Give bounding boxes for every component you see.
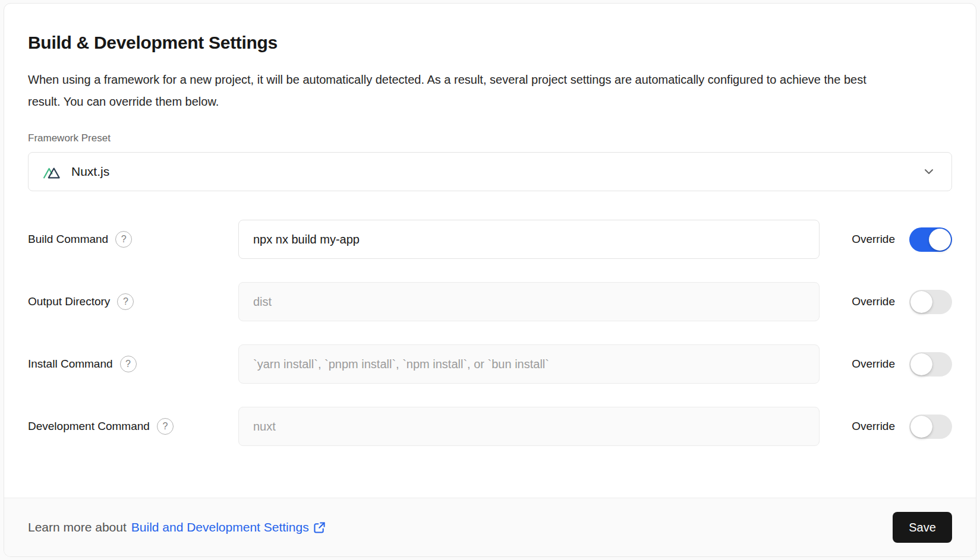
output-directory-override: Override (820, 290, 952, 314)
save-button[interactable]: Save (893, 512, 952, 543)
development-command-label: Development Command (28, 420, 150, 433)
framework-preset-select[interactable]: Nuxt.js (28, 152, 952, 191)
override-label: Override (852, 295, 895, 308)
toggle-knob (910, 353, 932, 375)
install-command-row: Install Command ? Override (28, 344, 952, 384)
build-dev-settings-card: Build & Development Settings When using … (4, 3, 976, 557)
output-directory-override-toggle[interactable] (909, 290, 952, 314)
card-footer: Learn more about Build and Development S… (4, 498, 976, 556)
output-directory-row: Output Directory ? Override (28, 282, 952, 321)
question-circle-icon[interactable]: ? (120, 356, 137, 372)
toggle-knob (910, 291, 932, 313)
card-content: Build & Development Settings When using … (4, 4, 976, 498)
install-command-label: Install Command (28, 357, 113, 371)
toggle-knob (910, 416, 932, 438)
install-command-input[interactable] (238, 344, 820, 384)
development-command-override: Override (820, 415, 952, 439)
build-dev-settings-link[interactable]: Build and Development Settings (131, 520, 326, 534)
nuxt-logo-icon (43, 164, 63, 180)
build-command-row: Build Command ? Override (28, 220, 952, 259)
build-command-label: Build Command (28, 233, 108, 246)
settings-rows: Build Command ? Override Output Director… (28, 220, 952, 446)
chevron-down-icon (922, 164, 936, 179)
question-circle-icon[interactable]: ? (115, 231, 132, 248)
framework-preset-value: Nuxt.js (71, 164, 109, 179)
install-command-override-toggle[interactable] (909, 352, 952, 377)
development-command-label-group: Development Command ? (28, 418, 238, 435)
build-command-override: Override (820, 227, 952, 252)
install-command-override: Override (820, 352, 952, 377)
learn-more-prefix: Learn more about (28, 520, 127, 534)
external-link-icon (313, 521, 326, 534)
output-directory-input[interactable] (238, 282, 820, 321)
link-text: Build and Development Settings (131, 520, 309, 534)
toggle-knob (929, 229, 951, 251)
question-circle-icon[interactable]: ? (117, 293, 134, 310)
development-command-override-toggle[interactable] (909, 415, 952, 439)
output-directory-label: Output Directory (28, 295, 110, 308)
development-command-row: Development Command ? Override (28, 407, 952, 446)
override-label: Override (852, 357, 895, 371)
build-command-label-group: Build Command ? (28, 231, 238, 248)
override-label: Override (852, 233, 895, 246)
settings-description: When using a framework for a new project… (28, 69, 872, 113)
learn-more-text: Learn more about Build and Development S… (28, 520, 326, 534)
build-command-override-toggle[interactable] (909, 227, 952, 252)
question-circle-icon[interactable]: ? (157, 418, 174, 435)
development-command-input[interactable] (238, 407, 820, 446)
framework-preset-label: Framework Preset (28, 132, 952, 145)
output-directory-label-group: Output Directory ? (28, 293, 238, 310)
page-title: Build & Development Settings (28, 31, 952, 55)
override-label: Override (852, 420, 895, 433)
build-command-input[interactable] (238, 220, 820, 259)
install-command-label-group: Install Command ? (28, 356, 238, 372)
